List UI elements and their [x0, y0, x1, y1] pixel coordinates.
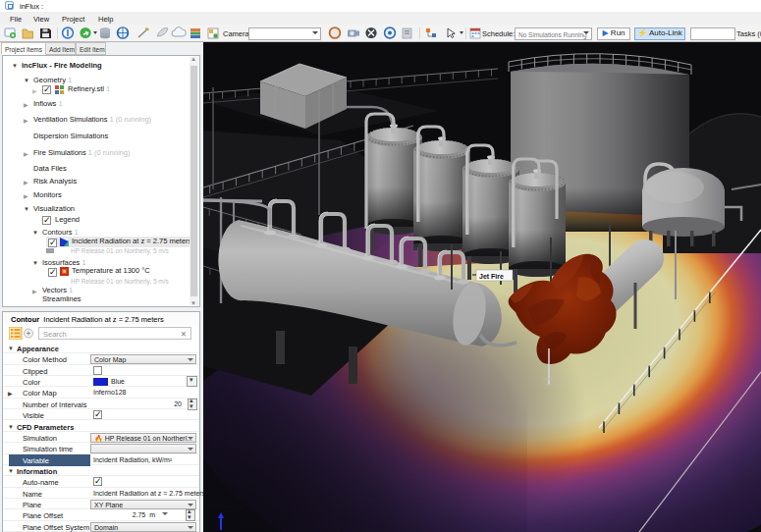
- svg-text:Jet Fire: Jet Fire: [479, 273, 504, 280]
